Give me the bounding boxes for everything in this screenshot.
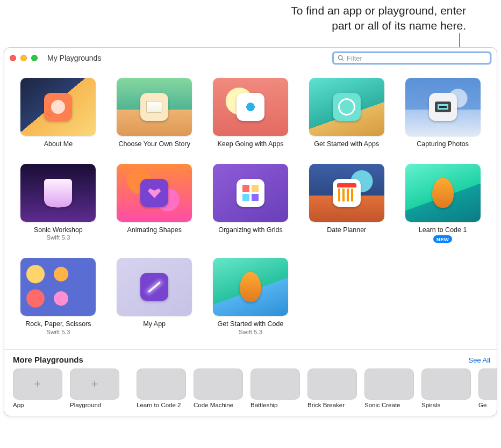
new-badge: NEW xyxy=(433,235,452,243)
book-icon xyxy=(140,93,168,121)
playground-thumbnail xyxy=(405,78,481,136)
playground-tile[interactable]: Organizing with Grids xyxy=(212,164,290,243)
contact-icon xyxy=(44,93,72,121)
more-thumbnail xyxy=(251,368,300,400)
create-label: Playground xyxy=(70,402,119,408)
playground-subtitle: Swift 5.3 xyxy=(19,234,97,241)
plus-icon: + xyxy=(91,377,98,391)
playground-tile[interactable]: Choose Your Own Story xyxy=(116,78,194,149)
create-thumbnail: + xyxy=(13,368,62,400)
gem-icon xyxy=(44,179,72,207)
playground-title: Choose Your Own Story xyxy=(116,140,194,149)
playground-thumbnail xyxy=(213,258,288,316)
playground-thumbnail xyxy=(213,164,288,222)
more-playground-tile[interactable]: Spirals xyxy=(421,368,471,408)
playground-tile[interactable]: Sonic WorkshopSwift 5.3 xyxy=(19,164,97,243)
more-label: Code Machine xyxy=(194,402,243,408)
playground-thumbnail xyxy=(117,258,192,316)
playground-title: Organizing with Grids xyxy=(212,226,290,235)
help-annotation-line1: To find an app or playground, enter xyxy=(291,4,466,17)
playground-tile[interactable]: Get Started with CodeSwift 5.3 xyxy=(212,258,290,335)
see-all-link[interactable]: See All xyxy=(469,356,490,364)
playground-tile[interactable]: About Me xyxy=(19,78,97,149)
playground-title: Sonic Workshop xyxy=(19,226,97,235)
wand-icon xyxy=(140,273,168,301)
playground-title: Date Planner xyxy=(307,226,385,235)
more-label: Ge xyxy=(478,402,497,408)
more-label: Battleship xyxy=(251,402,300,408)
peacock-icon xyxy=(237,93,264,121)
playground-tile[interactable]: Learn to Code 1NEW xyxy=(404,164,482,243)
more-heading: More Playgrounds xyxy=(13,355,83,364)
toolbar: My Playgrounds xyxy=(4,48,497,68)
playground-tile[interactable]: My App xyxy=(116,258,194,335)
playground-title: Learn to Code 1 xyxy=(404,226,482,235)
playground-subtitle: Swift 5.3 xyxy=(212,329,290,335)
more-playgrounds-section: More Playgrounds See All +App+Playground… xyxy=(4,349,497,416)
ideas-icon xyxy=(333,93,361,121)
search-icon xyxy=(337,54,345,62)
close-icon[interactable] xyxy=(10,55,16,61)
playground-title: Keep Going with Apps xyxy=(212,140,290,149)
create-label: App xyxy=(13,402,62,408)
playground-thumbnail xyxy=(20,78,96,136)
minimize-icon[interactable] xyxy=(20,55,27,61)
playgrounds-grid: About MeChoose Your Own StoryKeep Going … xyxy=(4,68,497,349)
more-playground-tile[interactable]: Learn to Code 2 xyxy=(137,368,186,408)
playground-title: Animating Shapes xyxy=(116,226,194,235)
playground-tile[interactable]: Animating Shapes xyxy=(116,164,194,243)
camera-icon xyxy=(429,93,457,121)
playground-thumbnail xyxy=(405,164,481,222)
filter-input[interactable] xyxy=(347,54,486,62)
playground-tile[interactable]: Keep Going with Apps xyxy=(212,78,290,149)
more-playground-tile[interactable]: Sonic Create xyxy=(364,368,414,408)
window-title: My Playgrounds xyxy=(47,54,101,62)
playground-title: About Me xyxy=(19,140,97,149)
more-playground-tile[interactable]: Ge xyxy=(478,368,497,408)
plus-icon: + xyxy=(34,377,41,391)
more-thumbnail xyxy=(194,368,243,400)
more-playground-tile[interactable]: Brick Breaker xyxy=(307,368,357,408)
more-thumbnail xyxy=(421,368,471,400)
byte-icon xyxy=(432,178,454,208)
playground-tile[interactable]: Rock, Paper, ScissorsSwift 5.3 xyxy=(19,258,97,335)
playground-thumbnail xyxy=(117,164,192,222)
playground-title: My App xyxy=(116,320,194,329)
calendar-icon xyxy=(333,179,361,207)
playground-title: Capturing Photos xyxy=(404,140,482,149)
more-label: Learn to Code 2 xyxy=(137,402,186,408)
more-thumbnail xyxy=(137,368,186,400)
playground-tile[interactable]: Date Planner xyxy=(307,164,385,243)
more-playground-tile[interactable]: Battleship xyxy=(251,368,300,408)
search-field[interactable] xyxy=(332,52,491,64)
playground-title: Rock, Paper, Scissors xyxy=(19,320,97,329)
byte-icon xyxy=(240,272,261,302)
playground-subtitle: Swift 5.3 xyxy=(19,329,97,335)
create-playground-tile[interactable]: +Playground xyxy=(70,368,119,408)
playground-thumbnail xyxy=(117,78,192,136)
playground-title: Get Started with Code xyxy=(212,320,290,329)
help-annotation-line2: part or all of its name here. xyxy=(332,19,466,32)
playground-thumbnail xyxy=(309,78,384,136)
heart-icon xyxy=(140,179,168,207)
svg-point-0 xyxy=(338,55,342,60)
playground-thumbnail xyxy=(20,258,96,316)
playground-title: Get Started with Apps xyxy=(307,140,385,149)
more-playgrounds-strip: +App+PlaygroundLearn to Code 2Code Machi… xyxy=(11,368,497,408)
playground-thumbnail xyxy=(213,78,288,136)
more-label: Spirals xyxy=(421,402,471,408)
more-label: Brick Breaker xyxy=(307,402,357,408)
help-annotation: To find an app or playground, enter part… xyxy=(0,0,501,42)
playground-tile[interactable]: Capturing Photos xyxy=(404,78,482,149)
create-app-tile[interactable]: +App xyxy=(13,368,62,408)
svg-line-1 xyxy=(342,59,343,61)
playground-tile[interactable]: Get Started with Apps xyxy=(307,78,385,149)
more-playground-tile[interactable]: Code Machine xyxy=(194,368,243,408)
more-thumbnail xyxy=(307,368,357,400)
grid4-icon xyxy=(237,179,264,207)
window-controls xyxy=(10,55,38,61)
more-thumbnail xyxy=(478,368,497,400)
more-thumbnail xyxy=(364,368,414,400)
fullscreen-icon[interactable] xyxy=(31,55,38,61)
more-label: Sonic Create xyxy=(364,402,414,408)
